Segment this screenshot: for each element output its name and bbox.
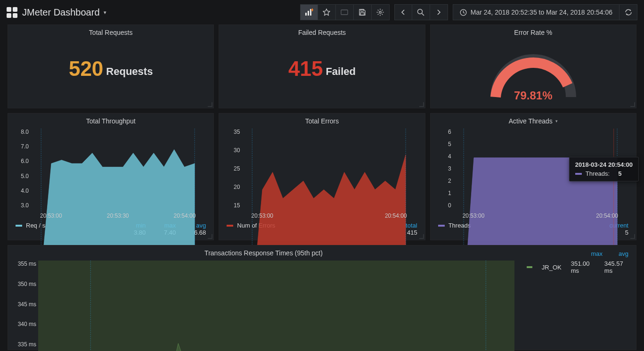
svg-rect-7 <box>360 13 364 15</box>
star-button[interactable] <box>318 4 336 20</box>
time-range-text: Mar 24, 2018 20:52:35 to Mar 24, 2018 20… <box>471 8 612 16</box>
svg-rect-1 <box>308 11 309 16</box>
panel-failed-requests[interactable]: Failed Requests 415 Failed <box>219 24 425 108</box>
svg-rect-5 <box>341 10 348 15</box>
svg-line-18 <box>422 14 424 16</box>
topbar: JMeter Dashboard ▾ <box>0 0 644 24</box>
svg-rect-0 <box>305 13 307 16</box>
svg-point-8 <box>379 11 381 13</box>
time-range-button[interactable]: Mar 24, 2018 20:52:35 to Mar 24, 2018 20… <box>453 4 620 20</box>
y-axis: 8.07.06.05.04.03.0 <box>13 129 29 209</box>
stat-label: Failed <box>326 65 356 78</box>
wide-row: Transactions Response Times (95th pct) 3… <box>8 245 636 350</box>
chart-area: 3530252015 20:53:00 20:54:00 <box>219 127 424 220</box>
panel-title: Total Errors <box>219 114 424 127</box>
x-axis: 20:53:00 20:53:30 20:54:00 <box>31 212 205 219</box>
legend-swatch <box>16 225 22 227</box>
panel-title: Transactions Response Times (95th pct) <box>8 245 519 259</box>
chart-area: 8.07.06.05.04.03.0 20:53:00 20:53:30 20:… <box>8 127 213 220</box>
save-button[interactable] <box>354 4 372 20</box>
chart-legend: max avg JR_OK 351.00 ms 345.57 ms <box>519 245 636 350</box>
panel-threads[interactable]: Active Threads ▾ 6543210 20:53:00 20:54:… <box>430 113 636 240</box>
resize-handle[interactable] <box>630 102 635 107</box>
resize-handle[interactable] <box>208 102 212 107</box>
panel-total-requests[interactable]: Total Requests 520 Requests <box>8 24 214 108</box>
y-axis: 6543210 <box>435 129 451 209</box>
clock-icon <box>460 9 467 16</box>
panel-error-rate[interactable]: Error Rate % 79.81% <box>430 24 636 108</box>
resize-handle[interactable] <box>208 234 212 239</box>
refresh-button[interactable] <box>620 4 637 20</box>
panel-errors[interactable]: Total Errors 3530252015 20:53:00 20:54:0… <box>219 113 425 240</box>
y-axis: 3530252015 <box>224 129 240 209</box>
gauge-value: 79.81% <box>514 89 552 102</box>
chart-area: 6543210 20:53:00 20:54:00 2018-03-24 20:… <box>431 127 636 220</box>
panel-title: Total Requests <box>8 25 213 38</box>
x-axis: 20:53:00 20:54:00 <box>242 212 416 219</box>
svg-rect-6 <box>361 9 363 11</box>
svg-line-13 <box>378 10 379 11</box>
dashboard-body: Total Requests 520 Requests Failed Reque… <box>0 24 644 350</box>
legend-swatch <box>227 225 233 227</box>
svg-line-15 <box>378 14 379 15</box>
stat-row: Total Requests 520 Requests Failed Reque… <box>8 24 636 108</box>
y-axis: 355 ms350 ms345 ms340 ms335 ms <box>12 261 36 348</box>
chart-area: 355 ms350 ms345 ms340 ms335 ms <box>8 259 519 350</box>
svg-line-16 <box>382 10 383 11</box>
legend-swatch <box>527 266 532 268</box>
time-back-button[interactable] <box>394 4 412 20</box>
share-button[interactable] <box>336 4 354 20</box>
stat-body: 415 Failed <box>219 38 424 99</box>
stat-body: 520 Requests <box>8 38 213 99</box>
toolbar-group-time: Mar 24, 2018 20:52:35 to Mar 24, 2018 20… <box>453 4 637 20</box>
x-axis: 20:53:00 20:54:00 <box>453 212 628 219</box>
resize-handle[interactable] <box>419 234 424 239</box>
legend-swatch <box>438 225 445 227</box>
panel-title: Error Rate % <box>431 25 636 38</box>
toolbar-group-1 <box>300 4 390 20</box>
panel-title[interactable]: Active Threads ▾ <box>431 114 636 127</box>
add-panel-button[interactable] <box>300 4 318 20</box>
chart-tooltip: 2018-03-24 20:54:00 Threads: 5 <box>569 157 639 181</box>
stat-value: 415 <box>288 57 323 81</box>
dashboard-title: JMeter Dashboard <box>22 7 100 18</box>
caret-down-icon: ▾ <box>104 9 106 16</box>
chart-row: Total Throughput 8.07.06.05.04.03.0 20:5… <box>8 113 636 240</box>
svg-line-14 <box>382 14 383 15</box>
chart-plot[interactable] <box>38 261 514 351</box>
chevron-down-icon: ▾ <box>555 119 558 123</box>
resize-handle[interactable] <box>419 102 424 107</box>
svg-rect-36 <box>38 261 514 351</box>
gauge: 79.81% <box>431 38 636 104</box>
dashboard-list-icon[interactable] <box>7 7 17 18</box>
stat-label: Requests <box>106 65 153 78</box>
panel-title: Failed Requests <box>219 25 424 38</box>
time-forward-button[interactable] <box>430 4 448 20</box>
legend-series[interactable]: JR_OK <box>542 264 562 271</box>
legend-swatch <box>575 173 582 175</box>
stat-value: 520 <box>69 57 103 81</box>
resize-handle[interactable] <box>630 234 635 239</box>
panel-response-times[interactable]: Transactions Response Times (95th pct) 3… <box>8 245 636 350</box>
toolbar-group-nav <box>394 4 448 20</box>
settings-button[interactable] <box>372 4 390 20</box>
svg-point-17 <box>418 9 423 14</box>
zoom-out-button[interactable] <box>412 4 430 20</box>
dashboard-title-dropdown[interactable]: JMeter Dashboard ▾ <box>22 7 106 18</box>
panel-throughput[interactable]: Total Throughput 8.07.06.05.04.03.0 20:5… <box>8 113 214 240</box>
panel-title: Total Throughput <box>8 114 213 127</box>
